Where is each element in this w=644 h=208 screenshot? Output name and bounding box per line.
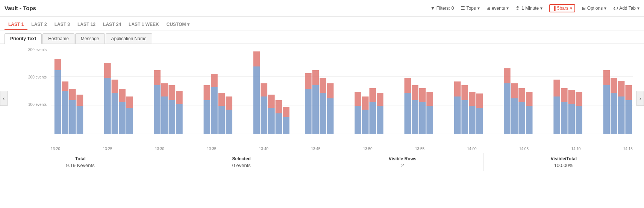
svg-rect-48 [312,85,319,134]
svg-rect-81 [511,83,518,98]
svg-rect-94 [603,85,610,134]
stat-visible-rows: Visible Rows 2 [322,153,483,171]
svg-rect-6 [62,91,68,134]
svg-rect-20 [154,85,161,134]
tab-message[interactable]: Message [75,33,105,44]
app-header: Vault - Tops ▼ Filters: 0 ☰ Tops ▾ ⊞ eve… [0,0,644,17]
svg-rect-64 [412,100,418,134]
svg-rect-65 [412,85,418,100]
svg-rect-14 [112,93,118,134]
chart-area: 300 events 200 events 100 events 0 [26,48,633,145]
svg-rect-88 [561,102,568,134]
svg-rect-62 [405,93,411,134]
svg-rect-66 [419,102,426,134]
svg-rect-95 [603,70,610,85]
tab-application-name[interactable]: Application Name [106,33,152,44]
svg-rect-26 [176,104,183,134]
chart-nav-left[interactable]: ‹ [0,91,8,106]
svg-rect-85 [526,92,533,106]
options-icon: ⊞ [582,6,586,11]
stat-total: Total 9.19 Kevents [0,153,161,171]
svg-rect-101 [625,85,632,100]
x-label-1410: 14:10 [571,147,580,151]
stat-selected: Selected 0 events [161,153,323,171]
clock-icon: ⏱ [515,6,520,11]
svg-rect-28 [204,100,211,134]
y-axis: 300 events 200 events 100 events 0 [26,48,49,134]
options-button[interactable]: ⊞ Options ▾ [582,6,606,11]
x-label-1355: 13:55 [415,147,424,151]
svg-rect-55 [355,92,361,106]
chart-wrapper: ‹ 300 events 200 events 100 events 0 [0,44,644,153]
svg-rect-93 [576,92,582,106]
time-btn-custom[interactable]: CUSTOM ▾ [163,20,193,30]
svg-rect-33 [218,93,225,106]
svg-rect-98 [618,96,625,134]
svg-rect-72 [461,100,468,134]
x-label-1415: 14:15 [623,147,633,151]
svg-rect-76 [476,108,483,134]
svg-rect-9 [69,89,76,100]
interval-button[interactable]: ⏱ 1 Minute ▾ [515,6,542,11]
svg-rect-35 [226,96,232,110]
time-btn-last1week[interactable]: LAST 1 WEEK [125,20,163,30]
svg-rect-39 [261,83,267,96]
svg-rect-29 [204,85,211,100]
svg-rect-36 [253,66,260,134]
svg-rect-17 [119,89,126,102]
time-btn-last1[interactable]: LAST 1 [5,20,27,30]
svg-rect-86 [553,96,560,134]
y-label-300: 300 events [28,48,47,52]
svg-rect-10 [77,106,83,134]
svg-rect-79 [504,68,511,83]
stat-visible-total: Visible/Total 100.00% [483,153,644,171]
svg-rect-57 [362,96,369,110]
svg-rect-5 [55,59,61,70]
svg-rect-38 [261,96,267,134]
svg-rect-22 [161,96,168,134]
svg-rect-53 [327,83,334,98]
y-label-200: 200 events [28,75,47,79]
tops-button[interactable]: ☰ Tops ▾ [461,6,480,11]
svg-rect-16 [119,102,126,134]
svg-rect-100 [625,100,632,134]
svg-rect-25 [169,85,176,100]
chart-nav-right[interactable]: › [636,91,644,106]
svg-rect-70 [454,96,461,134]
svg-rect-87 [553,80,560,96]
svg-rect-60 [377,106,383,134]
time-btn-last2[interactable]: LAST 2 [27,20,50,30]
svg-rect-50 [320,93,326,134]
stat-total-value: 9.19 Kevents [66,163,95,168]
add-tab-button[interactable]: 🏷 Add Tab ▾ [613,6,639,11]
stat-visible-rows-value: 2 [401,163,404,168]
time-btn-last12[interactable]: LAST 12 [74,20,99,30]
chart-svg[interactable] [51,48,633,134]
svg-rect-12 [104,78,111,134]
time-btn-last24[interactable]: LAST 24 [99,20,125,30]
events-button[interactable]: ⊞ events ▾ [486,6,509,11]
svg-rect-63 [405,78,411,93]
svg-rect-73 [461,85,468,100]
svg-rect-75 [469,92,476,106]
chart-container: 300 events 200 events 100 events 0 [0,44,644,153]
tab-priority-text[interactable]: Priority Text [5,33,42,44]
filters-button[interactable]: ▼ Filters: 0 [430,6,454,11]
stat-visible-rows-label: Visible Rows [389,156,417,161]
svg-rect-34 [226,110,232,134]
tab-hostname[interactable]: Hostname [42,33,74,44]
svg-rect-97 [611,78,617,93]
svg-rect-52 [327,98,334,134]
stat-total-label: Total [75,156,86,161]
svg-rect-37 [253,51,260,66]
filter-icon: ▼ [430,6,435,11]
svg-rect-23 [161,83,168,96]
svg-rect-47 [305,73,312,89]
x-label-1400: 14:00 [467,147,477,151]
svg-rect-44 [283,117,289,134]
svg-rect-91 [568,90,575,104]
svg-rect-49 [312,70,319,85]
sbars-button[interactable]: ▐ 5bars ▾ [549,4,575,12]
stat-selected-value: 0 events [232,163,251,168]
time-btn-last3[interactable]: LAST 3 [51,20,74,30]
